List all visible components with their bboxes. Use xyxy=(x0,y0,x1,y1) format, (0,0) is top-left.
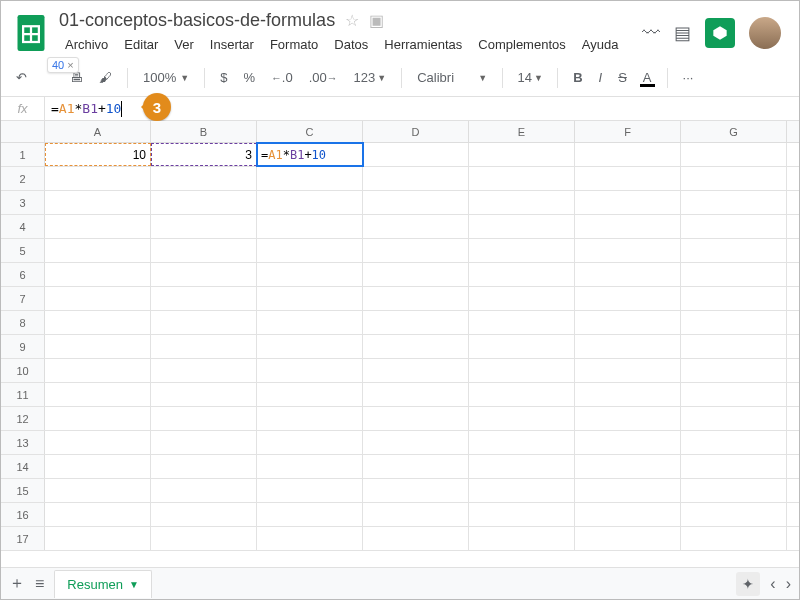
cell-A2[interactable] xyxy=(45,167,151,190)
cell-G8[interactable] xyxy=(681,311,787,334)
row-header[interactable]: 6 xyxy=(1,263,45,286)
cell-E11[interactable] xyxy=(469,383,575,406)
cell-C5[interactable] xyxy=(257,239,363,262)
activity-icon[interactable]: 〰 xyxy=(642,23,660,44)
row-header[interactable]: 17 xyxy=(1,527,45,550)
row-header[interactable]: 5 xyxy=(1,239,45,262)
col-header-e[interactable]: E xyxy=(469,121,575,142)
cell-D9[interactable] xyxy=(363,335,469,358)
cell-E12[interactable] xyxy=(469,407,575,430)
explore-button[interactable]: ✦ xyxy=(736,572,760,596)
cell-A1[interactable]: 10 xyxy=(45,143,151,166)
row-header[interactable]: 12 xyxy=(1,407,45,430)
cell-G14[interactable] xyxy=(681,455,787,478)
cell-B1[interactable]: 3 xyxy=(151,143,257,166)
cell-G17[interactable] xyxy=(681,527,787,550)
sheet-nav-right[interactable]: › xyxy=(786,575,791,593)
cell-F7[interactable] xyxy=(575,287,681,310)
cell-A9[interactable] xyxy=(45,335,151,358)
menu-complementos[interactable]: Complementos xyxy=(472,33,571,56)
cell-F2[interactable] xyxy=(575,167,681,190)
close-icon[interactable]: × xyxy=(67,59,73,71)
cell-B11[interactable] xyxy=(151,383,257,406)
cell-E4[interactable] xyxy=(469,215,575,238)
cell-C6[interactable] xyxy=(257,263,363,286)
cell-D8[interactable] xyxy=(363,311,469,334)
cell-A3[interactable] xyxy=(45,191,151,214)
cell-F11[interactable] xyxy=(575,383,681,406)
cell-D12[interactable] xyxy=(363,407,469,430)
cell-A4[interactable] xyxy=(45,215,151,238)
menu-ayuda[interactable]: Ayuda xyxy=(576,33,625,56)
cell-D10[interactable] xyxy=(363,359,469,382)
cell-D5[interactable] xyxy=(363,239,469,262)
add-sheet-button[interactable]: ＋ xyxy=(9,573,25,594)
cell-F14[interactable] xyxy=(575,455,681,478)
cell-G11[interactable] xyxy=(681,383,787,406)
cell-F12[interactable] xyxy=(575,407,681,430)
cell-A13[interactable] xyxy=(45,431,151,454)
menu-insertar[interactable]: Insertar xyxy=(204,33,260,56)
row-header[interactable]: 7 xyxy=(1,287,45,310)
share-button[interactable] xyxy=(705,18,735,48)
row-header[interactable]: 4 xyxy=(1,215,45,238)
select-all-corner[interactable] xyxy=(1,121,45,142)
cell-E10[interactable] xyxy=(469,359,575,382)
bold-button[interactable]: B xyxy=(568,66,587,89)
cell-A7[interactable] xyxy=(45,287,151,310)
cell-F4[interactable] xyxy=(575,215,681,238)
cell-G13[interactable] xyxy=(681,431,787,454)
cell-G15[interactable] xyxy=(681,479,787,502)
comments-icon[interactable]: ▤ xyxy=(674,22,691,44)
cell-F3[interactable] xyxy=(575,191,681,214)
cell-C9[interactable] xyxy=(257,335,363,358)
cell-G3[interactable] xyxy=(681,191,787,214)
row-header[interactable]: 1 xyxy=(1,143,45,166)
cell-A15[interactable] xyxy=(45,479,151,502)
cell-B3[interactable] xyxy=(151,191,257,214)
row-header[interactable]: 8 xyxy=(1,311,45,334)
cell-E2[interactable] xyxy=(469,167,575,190)
cell-A12[interactable] xyxy=(45,407,151,430)
row-header[interactable]: 15 xyxy=(1,479,45,502)
cell-E17[interactable] xyxy=(469,527,575,550)
cell-D11[interactable] xyxy=(363,383,469,406)
cell-D13[interactable] xyxy=(363,431,469,454)
cell-E1[interactable] xyxy=(469,143,575,166)
cell-F17[interactable] xyxy=(575,527,681,550)
spreadsheet-grid[interactable]: A B C D E F G 1103=A1*B1+102345678910111… xyxy=(1,121,799,567)
menu-datos[interactable]: Datos xyxy=(328,33,374,56)
cell-G16[interactable] xyxy=(681,503,787,526)
text-color-button[interactable]: A xyxy=(638,66,657,89)
row-header[interactable]: 11 xyxy=(1,383,45,406)
cell-D6[interactable] xyxy=(363,263,469,286)
cell-A16[interactable] xyxy=(45,503,151,526)
cell-A6[interactable] xyxy=(45,263,151,286)
cell-B13[interactable] xyxy=(151,431,257,454)
cell-E14[interactable] xyxy=(469,455,575,478)
cell-F1[interactable] xyxy=(575,143,681,166)
cell-E8[interactable] xyxy=(469,311,575,334)
cell-C12[interactable] xyxy=(257,407,363,430)
cell-D4[interactable] xyxy=(363,215,469,238)
cell-D17[interactable] xyxy=(363,527,469,550)
cell-A17[interactable] xyxy=(45,527,151,550)
cell-G2[interactable] xyxy=(681,167,787,190)
percent-button[interactable]: % xyxy=(238,66,260,89)
formula-input[interactable]: =A1*B1+10 xyxy=(45,101,122,117)
col-header-b[interactable]: B xyxy=(151,121,257,142)
cell-A11[interactable] xyxy=(45,383,151,406)
more-toolbar-button[interactable]: ··· xyxy=(678,66,699,89)
cell-D15[interactable] xyxy=(363,479,469,502)
cell-B4[interactable] xyxy=(151,215,257,238)
cell-C1[interactable]: =A1*B1+10 xyxy=(257,143,363,166)
chevron-down-icon[interactable]: ▼ xyxy=(129,579,139,590)
cell-B6[interactable] xyxy=(151,263,257,286)
cell-F6[interactable] xyxy=(575,263,681,286)
menu-herramientas[interactable]: Herramientas xyxy=(378,33,468,56)
cell-E16[interactable] xyxy=(469,503,575,526)
cell-F16[interactable] xyxy=(575,503,681,526)
sheet-nav-left[interactable]: ‹ xyxy=(770,575,775,593)
cell-F8[interactable] xyxy=(575,311,681,334)
strikethrough-button[interactable]: S xyxy=(613,66,632,89)
